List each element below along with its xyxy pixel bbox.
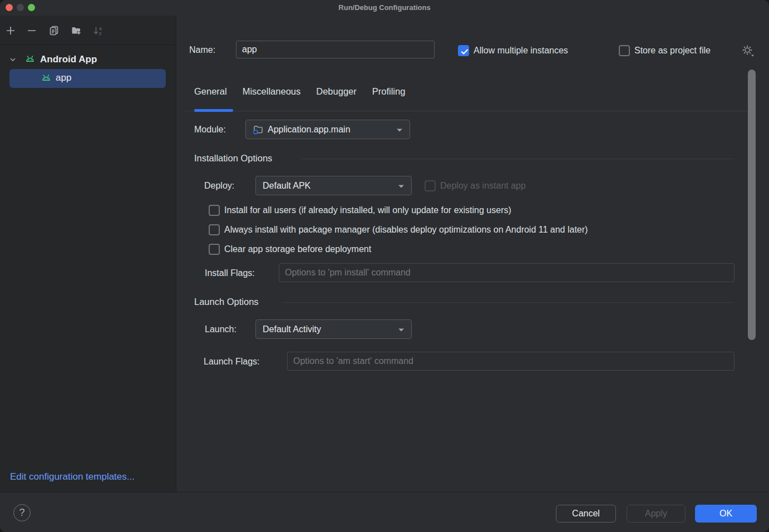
- tab-general[interactable]: General: [194, 86, 227, 100]
- svg-text:z: z: [99, 31, 101, 36]
- android-icon: [41, 73, 52, 84]
- apply-button: Apply: [627, 505, 686, 523]
- copy-icon[interactable]: [48, 24, 60, 37]
- install-for-all-users-label: Install for all users (if already instal…: [224, 205, 511, 215]
- vertical-scrollbar[interactable]: [748, 70, 756, 340]
- module-dropdown[interactable]: Application.app.main: [245, 120, 410, 139]
- module-value: Application.app.main: [268, 125, 392, 135]
- launch-label: Launch:: [205, 324, 236, 334]
- install-flags-label: Install Flags:: [205, 268, 255, 278]
- tree-item-label: app: [56, 72, 71, 83]
- always-install-package-manager-label: Always install with package manager (dis…: [224, 225, 588, 235]
- configurations-sidebar: a z Android App: [0, 16, 176, 492]
- install-flags-input[interactable]: [279, 263, 735, 282]
- tab-debugger[interactable]: Debugger: [316, 86, 356, 100]
- chevron-down-icon: [396, 125, 403, 135]
- deploy-dropdown[interactable]: Default APK: [255, 176, 412, 195]
- sort-alpha-icon: a z: [92, 24, 104, 37]
- ok-button[interactable]: OK: [695, 505, 757, 523]
- dialog-footer: ? Cancel Apply OK: [0, 492, 769, 532]
- deploy-as-instant-app-label: Deploy as instant app: [440, 181, 526, 191]
- allow-multiple-instances-label: Allow multiple instances: [474, 46, 568, 56]
- run-debug-configurations-dialog: Run/Debug Configurations: [0, 0, 769, 532]
- tree-group-label: Android App: [40, 54, 97, 65]
- new-folder-icon[interactable]: [70, 24, 82, 37]
- tab-profiling[interactable]: Profiling: [372, 86, 406, 100]
- tab-divider: [185, 111, 747, 111]
- deploy-as-instant-app-checkbox: [425, 180, 436, 191]
- chevron-down-icon[interactable]: [9, 56, 17, 63]
- store-as-project-file-checkbox[interactable]: [619, 45, 630, 56]
- launch-dropdown[interactable]: Default Activity: [255, 319, 412, 339]
- install-for-all-users-checkbox[interactable]: [209, 205, 220, 216]
- window-title: Run/Debug Configurations: [0, 3, 769, 12]
- cancel-button[interactable]: Cancel: [556, 505, 616, 523]
- name-label: Name:: [189, 45, 215, 55]
- clear-app-storage-checkbox[interactable]: [209, 244, 220, 255]
- launch-flags-label: Launch Flags:: [204, 357, 260, 367]
- name-input[interactable]: [236, 41, 435, 58]
- active-tab-indicator: [194, 109, 233, 112]
- remove-icon[interactable]: [26, 24, 38, 37]
- tab-miscellaneous[interactable]: Miscellaneous: [243, 86, 301, 100]
- checkmark-icon: [460, 47, 470, 57]
- module-label: Module:: [194, 125, 226, 135]
- tree-item-app[interactable]: app: [9, 69, 166, 88]
- chevron-down-icon: [398, 324, 405, 334]
- android-icon: [24, 54, 36, 65]
- installation-options-divider: [302, 159, 735, 159]
- launch-flags-input[interactable]: [287, 352, 735, 371]
- clear-app-storage-label: Clear app storage before deployment: [224, 244, 371, 254]
- installation-options-header: Installation Options: [194, 153, 272, 164]
- store-as-project-file-label: Store as project file: [634, 46, 711, 56]
- titlebar: Run/Debug Configurations: [0, 0, 769, 16]
- sidebar-toolbar: a z: [0, 16, 176, 45]
- edit-configuration-templates-link[interactable]: Edit configuration templates...: [10, 471, 135, 482]
- allow-multiple-instances-checkbox[interactable]: [458, 45, 469, 56]
- add-icon[interactable]: [4, 24, 17, 37]
- module-icon: [253, 124, 264, 135]
- config-tabs: General Miscellaneous Debugger Profiling: [194, 86, 405, 100]
- deploy-label: Deploy:: [204, 181, 234, 191]
- always-install-package-manager-checkbox[interactable]: [209, 224, 220, 235]
- launch-value: Default Activity: [263, 324, 393, 334]
- chevron-down-icon: [398, 181, 405, 191]
- deploy-value: Default APK: [263, 181, 393, 191]
- help-button[interactable]: ?: [13, 504, 31, 521]
- gear-icon[interactable]: [741, 43, 755, 60]
- launch-options-header: Launch Options: [194, 297, 259, 307]
- tree-group-android-app[interactable]: Android App: [0, 51, 176, 68]
- launch-options-divider: [283, 302, 735, 303]
